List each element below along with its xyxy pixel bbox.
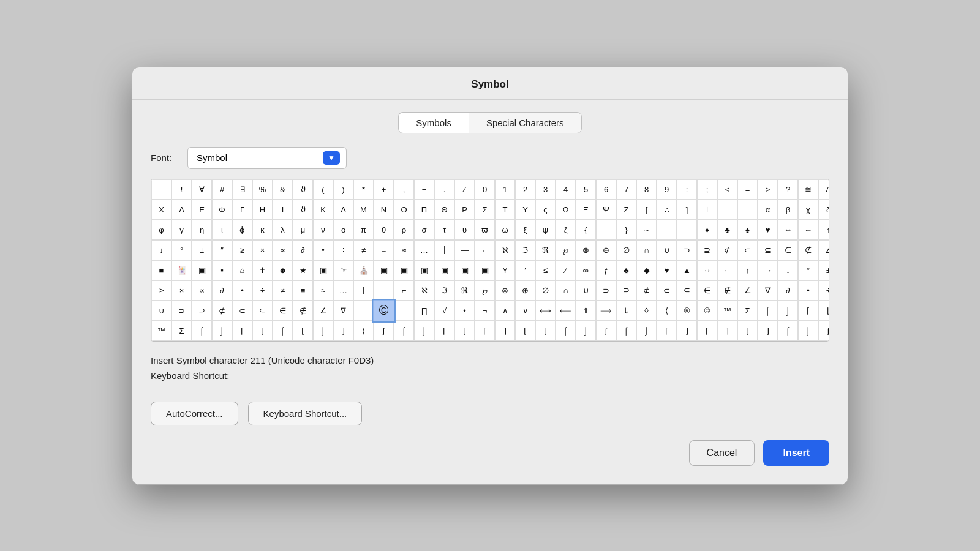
table-row[interactable]: ⌡ [778,301,798,321]
table-row[interactable]: ▣ [394,260,414,280]
table-row[interactable]: ∇ [333,301,353,321]
table-row[interactable]: ∠ [737,280,758,301]
table-row[interactable]: ⌠ [273,321,293,341]
table-row[interactable]: Ι [273,200,293,220]
table-row[interactable]: ∪ [657,240,677,260]
table-row[interactable]: ∂ [212,280,232,301]
table-row[interactable]: — [454,240,475,260]
table-row[interactable]: • [313,240,333,260]
table-row[interactable] [151,179,172,200]
tab-symbols[interactable]: Symbols [398,112,469,133]
table-row[interactable]: ⛪ [353,260,374,280]
font-select[interactable]: Symbol ▼ [187,147,347,169]
table-row[interactable]: ⌡ [414,321,434,341]
table-row[interactable]: ⌉ [495,321,515,341]
table-row[interactable]: ≅ [798,179,818,200]
tab-special-characters[interactable]: Special Characters [469,112,582,133]
table-row[interactable]: 1 [495,179,515,200]
table-row[interactable]: ] [677,200,697,220]
table-row[interactable]: ∀ [192,179,212,200]
table-row[interactable]: θ [374,220,394,240]
table-row[interactable]: … [414,240,434,260]
table-row[interactable]: κ [252,220,273,240]
table-row[interactable]: ° [172,240,192,260]
table-row[interactable]: ⊥ [697,200,717,220]
table-row[interactable]: ∫ [818,321,829,341]
table-row[interactable]: ∠ [313,301,333,321]
table-row[interactable]: ☻ [273,260,293,280]
table-row[interactable]: ∅ [535,280,556,301]
table-row[interactable]: Ν [374,200,394,220]
table-row[interactable]: ∝ [273,240,293,260]
table-row[interactable]: … [333,280,353,301]
table-row[interactable]: Σ [475,200,495,220]
table-row[interactable]: η [192,220,212,240]
table-row[interactable]: ° [798,260,818,280]
table-row[interactable]: ∴ [657,200,677,220]
table-row[interactable] [657,220,677,240]
table-row[interactable]: ÷ [252,280,273,301]
table-row[interactable]: ▣ [434,260,454,280]
table-row[interactable]: ⌠ [778,321,798,341]
table-row[interactable]: ∪ [151,301,172,321]
table-row[interactable]: ν [313,220,333,240]
table-row[interactable]: Ε [192,200,212,220]
table-row[interactable]: ≤ [535,260,556,280]
table-row[interactable]: ⏐ [353,280,374,301]
table-row[interactable]: Υ [495,260,515,280]
table-row[interactable]: Λ [333,200,353,220]
table-row[interactable]: ) [333,179,353,200]
table-row[interactable]: Ξ [576,200,596,220]
table-row[interactable]: ⌋ [535,321,556,341]
table-row[interactable]: 9 [657,179,677,200]
table-row[interactable]: < [717,179,737,200]
table-row[interactable]: ∨ [515,301,535,321]
table-row[interactable]: ♠ [737,220,758,240]
table-row[interactable]: ο [333,220,353,240]
table-row[interactable]: Ρ [454,200,475,220]
table-row[interactable]: ψ [535,220,556,240]
table-row[interactable]: ; [697,179,717,200]
table-row[interactable]: ⌊ [293,321,313,341]
table-row[interactable]: ⊗ [495,280,515,301]
keyboard-shortcut-button[interactable]: Keyboard Shortcut... [248,402,363,425]
table-row[interactable]: ℑ [515,240,535,260]
table-row[interactable]: ↔ [778,220,798,240]
table-row[interactable]: ✝ [252,260,273,280]
table-row[interactable]: ⊄ [636,280,657,301]
table-row[interactable]: β [778,200,798,220]
table-row[interactable]: ÷ [818,280,829,301]
table-row[interactable]: ⊆ [677,280,697,301]
table-row[interactable]: ⌊ [818,301,829,321]
table-row[interactable]: Θ [434,200,454,220]
table-row[interactable]: © [372,299,396,323]
table-row[interactable]: ϑ [293,179,313,200]
table-row[interactable]: * [353,179,374,200]
table-row[interactable]: × [172,280,192,301]
table-row[interactable]: ∫ [596,321,616,341]
table-row[interactable]: ± [818,260,829,280]
table-row[interactable]: ∧ [495,301,515,321]
table-row[interactable]: ∞ [576,260,596,280]
table-row[interactable]: ⟨ [657,301,677,321]
table-row[interactable]: ⌈ [697,321,717,341]
table-row[interactable]: Σ [172,321,192,341]
table-row[interactable]: ★ [293,260,313,280]
table-row[interactable]: ℜ [535,240,556,260]
table-row[interactable]: ℑ [434,280,454,301]
table-row[interactable]: Κ [313,200,333,220]
table-row[interactable]: Δ [172,200,192,220]
table-row[interactable]: ⌠ [394,321,414,341]
table-row[interactable]: ↔ [697,260,717,280]
table-row[interactable]: ▣ [374,260,394,280]
table-row[interactable]: ⊇ [616,280,636,301]
table-row[interactable]: ↓ [151,240,172,260]
table-row[interactable]: ⟩ [353,321,374,341]
table-row[interactable] [677,220,697,240]
autocorrect-button[interactable]: AutoCorrect... [151,402,238,425]
table-row[interactable]: ξ [515,220,535,240]
table-row[interactable]: • [798,280,818,301]
table-row[interactable]: , [394,179,414,200]
table-row[interactable]: ⌈ [434,321,454,341]
table-row[interactable]: ⌡ [576,321,596,341]
